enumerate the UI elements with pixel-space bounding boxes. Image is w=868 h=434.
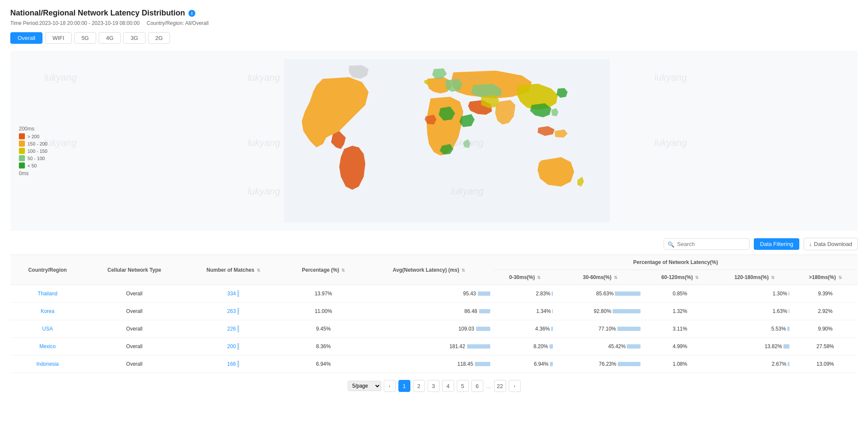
cell-p0-30-2: 4.36% [494, 320, 556, 338]
cell-country-3: Mexico [10, 338, 85, 355]
cell-p30-60-3: 45.42% [556, 338, 644, 355]
tab-wifi[interactable]: WIFI [45, 32, 71, 44]
th-avg-latency[interactable]: Avg(Network Latency) (ms) ⇅ [364, 255, 493, 285]
cell-p0-30-3: 8.20% [494, 338, 556, 355]
th-country: Country/Region [10, 255, 85, 285]
table-row: Mexico Overall 200 8.36% 181.42 8.20% 45… [10, 338, 858, 355]
th-col-0-30[interactable]: 0-30ms(%) ⇅ [494, 270, 556, 285]
page-2-button[interactable]: 2 [413, 380, 425, 392]
legend-color-2 [19, 148, 25, 154]
cell-avg-4: 118.45 [364, 355, 493, 373]
p0-30-val-3: 8.20% [534, 343, 548, 349]
cell-matches-2: 226 [184, 320, 282, 338]
cell-p60-120-0: 0.85% [644, 285, 716, 303]
p120-180-val-4: 2.67% [772, 361, 786, 367]
search-wrap: 🔍 [664, 238, 750, 250]
legend-bottom-label: 0ms [19, 170, 47, 176]
cell-p0-30-0: 2.83% [494, 285, 556, 303]
matches-link-4[interactable]: 166 [227, 361, 236, 367]
p120-180-val-3: 13.82% [765, 343, 782, 349]
cell-p60-120-4: 1.08% [644, 355, 716, 373]
th-percentage[interactable]: Percentage (%) ⇅ [282, 255, 364, 285]
matches-link-3[interactable]: 200 [227, 343, 236, 349]
cell-p120-180-4: 2.67% [716, 355, 793, 373]
prev-page-button[interactable]: ‹ [384, 380, 396, 392]
cell-pct-3: 8.36% [282, 338, 364, 355]
page-4-button[interactable]: 4 [442, 380, 454, 392]
page-6-button[interactable]: 6 [471, 380, 483, 392]
cell-p60-120-1: 1.32% [644, 303, 716, 320]
data-filtering-button[interactable]: Data Filtering [754, 238, 799, 250]
th-pct-group: Percentage of Network Latency(%) [494, 255, 858, 270]
th-col-120-180[interactable]: 120-180ms(%) ⇅ [716, 270, 793, 285]
p180plus-val-3: 27.58% [816, 343, 834, 349]
th-network-type: Cellular Network Type [85, 255, 184, 285]
p30-60-val-1: 92.80% [594, 308, 611, 314]
p0-30-bar-2 [551, 327, 553, 331]
next-page-button[interactable]: › [509, 380, 521, 392]
search-input[interactable] [664, 238, 750, 250]
page-title-text: National/Regional Network Latency Distri… [10, 9, 185, 18]
legend-item-0: > 200 [19, 134, 47, 140]
data-download-button[interactable]: ↓ Data Download [804, 238, 858, 250]
avg-val-4: 118.45 [458, 361, 473, 367]
sort-avg-icon: ⇅ [461, 268, 465, 273]
legend-label-3: 50 - 100 [27, 156, 45, 161]
legend-label-2: 100 - 150 [27, 149, 47, 154]
cell-p180plus-0: 9.39% [793, 285, 858, 303]
th-matches[interactable]: Number of Matches ⇅ [184, 255, 282, 285]
cell-matches-0: 334 [184, 285, 282, 303]
tab-2g[interactable]: 2G [148, 32, 170, 44]
country-link-3[interactable]: Mexico [39, 343, 56, 349]
cell-network-2: Overall [85, 320, 184, 338]
legend-item-3: 50 - 100 [19, 155, 47, 161]
avg-val-0: 95.43 [463, 291, 476, 297]
p30-60-val-3: 45.42% [608, 343, 626, 349]
tab-3g[interactable]: 3G [123, 32, 145, 44]
tab-5g[interactable]: 5G [74, 32, 96, 44]
p0-30-val-0: 2.83% [536, 291, 550, 297]
th-col-60-120[interactable]: 60-120ms(%) ⇅ [644, 270, 716, 285]
page-22-button[interactable]: 22 [494, 380, 506, 392]
matches-link-1[interactable]: 263 [227, 308, 236, 314]
cell-matches-1: 263 [184, 303, 282, 320]
tab-4g[interactable]: 4G [99, 32, 121, 44]
download-label: Data Download [814, 241, 852, 247]
th-col-180plus[interactable]: >180ms(%) ⇅ [793, 270, 858, 285]
sort-120-180-icon: ⇅ [771, 275, 774, 280]
p180plus-val-2: 9.90% [818, 326, 832, 332]
cell-p180plus-3: 27.58% [793, 338, 858, 355]
legend-color-3 [19, 155, 25, 161]
p0-30-bar-3 [549, 344, 553, 349]
page-5-button[interactable]: 5 [457, 380, 469, 392]
legend-label-1: 150 - 200 [27, 141, 47, 146]
cell-avg-0: 95.43 [364, 285, 493, 303]
page-size-select[interactable]: 5/page 10/page 20/page [348, 381, 381, 391]
th-col-30-60[interactable]: 30-60ms(%) ⇅ [556, 270, 644, 285]
cell-network-3: Overall [85, 338, 184, 355]
p60-120-val-1: 1.32% [673, 308, 687, 314]
info-icon[interactable]: i [188, 10, 195, 17]
watermark-5: lukyang [44, 137, 77, 149]
cell-pct-2: 9.45% [282, 320, 364, 338]
table-row: USA Overall 226 9.45% 109.03 4.36% 77.10… [10, 320, 858, 338]
cell-pct-4: 6.94% [282, 355, 364, 373]
country-link-1[interactable]: Korea [41, 308, 55, 314]
cell-country-2: USA [10, 320, 85, 338]
matches-link-2[interactable]: 226 [227, 326, 236, 332]
country-link-0[interactable]: Thailand [38, 291, 58, 297]
page-3-button[interactable]: 3 [428, 380, 440, 392]
p0-30-bar-4 [550, 362, 553, 366]
p30-60-bar-0 [615, 291, 640, 296]
sort-pct-icon: ⇅ [341, 268, 345, 273]
tab-overall[interactable]: Overall [10, 32, 42, 44]
country-link-2[interactable]: USA [42, 326, 53, 332]
p0-30-val-2: 4.36% [535, 326, 550, 332]
legend-label-0: > 200 [27, 134, 39, 139]
sort-matches-icon: ⇅ [257, 268, 260, 273]
p60-120-val-4: 1.08% [673, 361, 687, 367]
matches-link-0[interactable]: 334 [227, 291, 236, 297]
country-link-4[interactable]: Indonesia [36, 361, 59, 367]
page-1-button[interactable]: 1 [398, 380, 410, 392]
legend-item-1: 150 - 200 [19, 141, 47, 147]
